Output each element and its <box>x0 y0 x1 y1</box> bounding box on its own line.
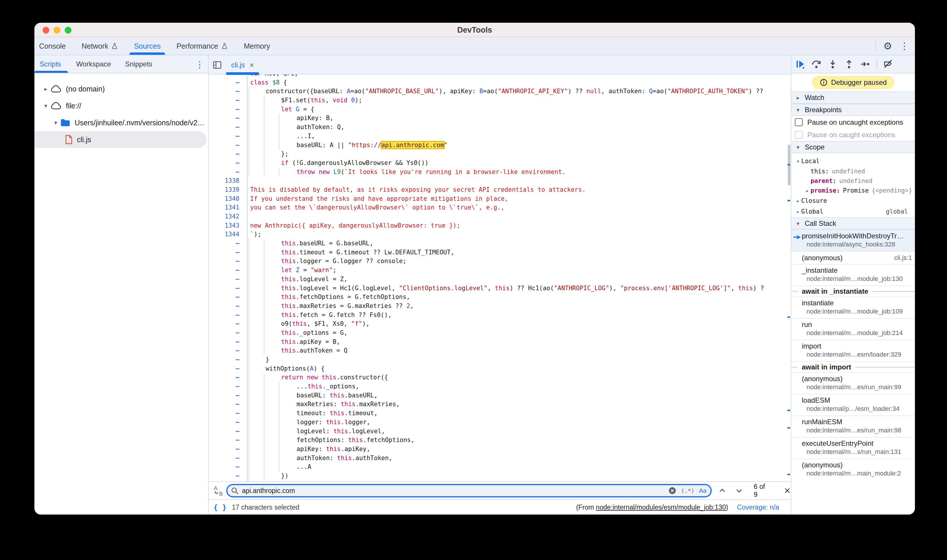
line-gutter[interactable]: – <box>209 302 248 311</box>
line-gutter[interactable]: – <box>209 454 248 463</box>
scope-global[interactable]: ▸ Global global <box>791 206 915 217</box>
source-link[interactable]: node:internal/modules/esm/module_job:130 <box>596 503 726 511</box>
line-gutter[interactable]: – <box>209 168 248 177</box>
tree-item-cli-js[interactable]: cli.js <box>34 131 207 148</box>
call-stack-frame[interactable]: loadESMnode:internal/p…/esm_loader:34 <box>791 394 915 415</box>
checkbox[interactable] <box>795 131 803 139</box>
line-gutter[interactable]: – <box>209 149 248 158</box>
line-gutter[interactable]: – <box>209 75 248 78</box>
more-options-icon[interactable]: ⋮ <box>900 42 909 51</box>
line-gutter[interactable]: – <box>209 471 248 480</box>
call-stack-frame[interactable]: _instantiatenode:internal/m…module_job:1… <box>791 264 915 286</box>
line-gutter[interactable]: 1338 <box>209 176 248 185</box>
line-gutter[interactable]: – <box>209 284 248 293</box>
code-editor[interactable]: –var Xs0, $F1;–class $8 {–constructor({b… <box>209 75 791 482</box>
line-gutter[interactable]: – <box>209 132 248 141</box>
chevron-right-icon[interactable]: ▸ <box>804 187 811 194</box>
line-gutter[interactable]: – <box>209 123 248 132</box>
line-gutter[interactable]: – <box>209 248 248 257</box>
scope-variable-parent[interactable]: parent:undefined <box>791 176 915 186</box>
line-gutter[interactable]: – <box>209 328 248 337</box>
tab-cli-js[interactable]: cli.js × <box>226 55 259 75</box>
chevron-right-icon[interactable]: ▸ <box>42 85 50 92</box>
next-result-icon[interactable] <box>735 486 743 495</box>
tab-memory[interactable]: Memory <box>236 37 278 55</box>
line-gutter[interactable]: – <box>209 418 248 427</box>
close-search-icon[interactable]: ✕ <box>784 486 791 495</box>
call-stack-frame[interactable]: runnode:internal/m…module_job:214 <box>791 318 915 340</box>
search-query[interactable]: api.anthropic.com <box>242 487 668 495</box>
call-stack-frame[interactable]: promiseInitHookWithDestroyTr…node:intern… <box>791 229 915 251</box>
line-gutter[interactable]: – <box>209 364 248 373</box>
call-stack-frame[interactable]: importnode:internal/m…esm/loader:329 <box>791 340 915 361</box>
line-gutter[interactable]: – <box>209 435 248 445</box>
tab-console[interactable]: Console <box>34 37 74 55</box>
line-gutter[interactable]: – <box>209 319 248 328</box>
scope-variable-this[interactable]: this:undefined <box>791 166 915 176</box>
line-gutter[interactable]: – <box>209 480 248 482</box>
line-gutter[interactable]: 1341 <box>209 203 248 212</box>
search-input[interactable]: api.anthropic.com (.*) Aa <box>226 484 712 497</box>
step-over-icon[interactable] <box>811 59 822 69</box>
line-gutter[interactable]: – <box>209 337 248 346</box>
line-gutter[interactable]: – <box>209 391 248 400</box>
line-gutter[interactable]: – <box>209 373 248 382</box>
line-gutter[interactable]: – <box>209 96 248 105</box>
line-gutter[interactable]: 1342 <box>209 212 248 221</box>
line-gutter[interactable]: 1339 <box>209 185 248 194</box>
navigator-more-tabs-icon[interactable]: ⋮ <box>195 55 204 74</box>
line-gutter[interactable]: – <box>209 409 248 418</box>
tab-network[interactable]: Network <box>74 37 126 55</box>
regex-toggle-icon[interactable]: (.*) <box>681 488 694 494</box>
line-gutter[interactable]: 1344 <box>209 230 248 239</box>
line-gutter[interactable]: – <box>209 141 248 150</box>
navigator-tab-workspace[interactable]: Workspace <box>69 55 118 73</box>
line-gutter[interactable]: – <box>209 275 248 284</box>
line-gutter[interactable]: – <box>209 257 248 266</box>
checkbox[interactable] <box>795 118 803 126</box>
line-gutter[interactable]: – <box>209 105 248 114</box>
line-gutter[interactable]: – <box>209 114 248 123</box>
section-call-stack[interactable]: ▾ Call Stack <box>791 217 915 229</box>
toggle-sidebar-icon[interactable] <box>212 60 222 70</box>
deactivate-breakpoints-icon[interactable] <box>883 59 893 69</box>
resume-script-icon[interactable] <box>795 59 805 69</box>
line-gutter[interactable]: – <box>209 346 248 355</box>
scope-closure[interactable]: ▸ Closure <box>791 195 915 206</box>
tree-item-users-jinhuilee-nvm-versions-node-v2-[interactable]: ▾Users/jinhuilee/.nvm/versions/node/v2… <box>34 114 208 131</box>
line-gutter[interactable]: – <box>209 78 248 87</box>
match-case-toggle-icon[interactable]: Aa <box>699 487 707 494</box>
line-gutter[interactable]: – <box>209 445 248 454</box>
tree-item--no-domain-[interactable]: ▸(no domain) <box>34 80 208 97</box>
line-gutter[interactable]: – <box>209 87 248 96</box>
line-gutter[interactable]: – <box>209 239 248 248</box>
line-gutter[interactable]: – <box>209 427 248 436</box>
settings-gear-icon[interactable]: ⚙ <box>884 41 892 51</box>
call-stack-frame[interactable]: (anonymous)cli.js:1 <box>791 251 915 264</box>
scope-local[interactable]: ▾ Local <box>791 155 915 166</box>
tab-performance[interactable]: Performance <box>168 37 236 55</box>
section-scope[interactable]: ▾ Scope <box>791 141 915 153</box>
call-stack-frame[interactable]: runMainESMnode:internal/m…es/run_main:98 <box>791 415 915 437</box>
line-gutter[interactable]: – <box>209 292 248 302</box>
section-breakpoints[interactable]: ▾ Breakpoints <box>791 104 915 116</box>
replace-toggle-icon[interactable]: A B <box>213 485 226 497</box>
pretty-print-icon[interactable]: { } <box>213 503 227 512</box>
call-stack-frame[interactable]: (anonymous)node:internal/m…main_module:2 <box>791 458 915 480</box>
navigator-tab-scripts[interactable]: Scripts <box>34 55 69 73</box>
navigator-tab-snippets[interactable]: Snippets <box>118 55 159 73</box>
call-stack-frame[interactable]: (anonymous)node:internal/m…es/run_main:9… <box>791 372 915 394</box>
line-gutter[interactable]: – <box>209 311 248 320</box>
chevron-down-icon[interactable]: ▾ <box>42 102 50 109</box>
step-out-icon[interactable] <box>844 59 854 69</box>
tree-item-file-[interactable]: ▾file:// <box>34 97 208 114</box>
tab-close-icon[interactable]: × <box>250 61 254 70</box>
coverage-link[interactable]: Coverage: n/a <box>737 503 779 511</box>
chevron-down-icon[interactable]: ▾ <box>51 119 60 126</box>
scope-variable-promise[interactable]: ▸promise:Promise{<pending>} <box>791 186 915 195</box>
line-gutter[interactable]: – <box>209 355 248 364</box>
line-gutter[interactable]: – <box>209 382 248 391</box>
step-into-icon[interactable] <box>827 59 838 69</box>
section-watch[interactable]: ▸ Watch <box>791 91 915 104</box>
line-gutter[interactable]: 1343 <box>209 221 248 230</box>
